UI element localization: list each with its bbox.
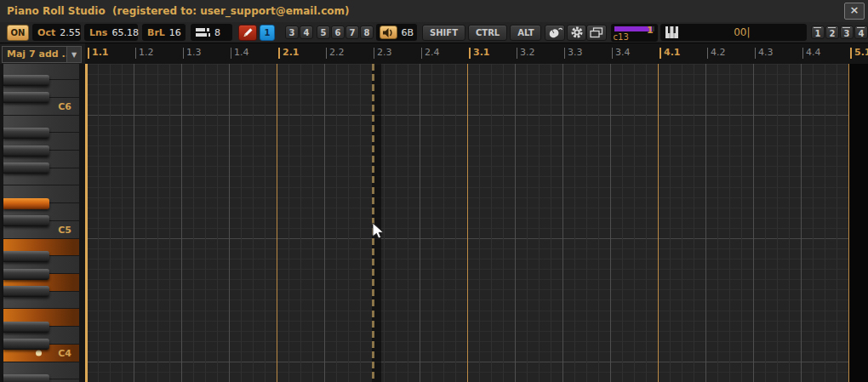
ruler-label-2.2: 2.2: [326, 48, 345, 59]
toolbar-number-button-4[interactable]: 4: [300, 26, 313, 39]
brl-label: BrL: [147, 27, 165, 38]
piano-key-A#5[interactable]: [3, 128, 49, 139]
channel-select-button[interactable]: 1: [260, 25, 275, 41]
chord-selector[interactable]: Maj 7 add .. ▼: [2, 46, 82, 63]
on-toggle-button[interactable]: ON: [7, 25, 29, 41]
pattern-group-button-2[interactable]: 2: [825, 26, 839, 39]
octave-label-C4: C4: [58, 347, 71, 358]
ruler-label-4.3: 4.3: [755, 48, 774, 59]
piano-key-C#6[interactable]: [3, 92, 49, 103]
ruler-corner: Maj 7 add .. ▼: [0, 43, 85, 64]
mouse-icon: [546, 26, 563, 39]
piano-icon: [665, 26, 678, 38]
snap-lines-value: 8: [214, 27, 220, 38]
piano-key-C#4[interactable]: [3, 339, 49, 350]
ruler-label-2.3: 2.3: [374, 48, 392, 59]
toolbar-number-button-7[interactable]: 7: [345, 26, 359, 39]
toolbar-number-button-6[interactable]: 6: [331, 26, 345, 39]
root-note-dot: [36, 350, 42, 356]
close-button[interactable]: ×: [844, 3, 865, 20]
stacked-windows-icon: [590, 27, 603, 38]
ruler-label-3.3: 3.3: [564, 48, 583, 59]
draw-tool-button[interactable]: [238, 25, 257, 41]
time-display-panel[interactable]: 00|: [660, 24, 807, 41]
brl-value: 16: [169, 27, 181, 38]
piano-key-A#4[interactable]: [3, 251, 49, 262]
modifier-button-ctrl[interactable]: CTRL: [468, 25, 507, 41]
velocity-slider-fill: [614, 26, 652, 31]
octave-label-C6: C6: [58, 100, 71, 111]
snap-lines-icon: [196, 27, 210, 37]
piano-roll-window: Piano Roll Studio (registered to: user_s…: [0, 0, 868, 382]
title-bar: Piano Roll Studio (registered to: user_s…: [0, 0, 868, 23]
group-button-digit: 1: [814, 27, 821, 38]
toolbar-number-button-5[interactable]: 5: [317, 26, 330, 39]
preview-panel: 6B: [376, 24, 417, 41]
ruler-label-4.2: 4.2: [707, 48, 726, 59]
ruler-label-1.3: 1.3: [183, 48, 202, 59]
ruler-label-2.1: 2.1: [278, 48, 300, 59]
timeline-ruler[interactable]: 1.11.21.31.42.12.22.32.43.13.23.33.44.14…: [85, 43, 868, 64]
ruler-label-1.4: 1.4: [231, 48, 249, 59]
pattern-group-button-1[interactable]: 1: [811, 26, 825, 39]
piano-key-F#5[interactable]: [3, 162, 49, 174]
toolbar-number-button-8[interactable]: 8: [360, 26, 374, 39]
piano-key-A#3[interactable]: [3, 374, 49, 382]
window-title: Piano Roll Studio (registered to: user_s…: [0, 5, 350, 17]
time-display-value: 00|: [682, 26, 802, 38]
pattern-group-buttons: 1234: [811, 26, 868, 39]
windows-button[interactable]: [586, 25, 606, 41]
piano-key-G#4[interactable]: [3, 269, 49, 280]
number-button-group: 345678: [285, 26, 374, 39]
mouse-cursor: [372, 222, 387, 241]
lines-panel[interactable]: Lns 65.18: [84, 24, 138, 41]
slider-value: 1: [647, 25, 654, 36]
piano-key-D#5[interactable]: [3, 198, 49, 209]
ruler-label-3.2: 3.2: [517, 48, 535, 59]
piano-key-D#6[interactable]: [3, 75, 49, 86]
slider-channel-value: c13: [614, 32, 629, 42]
pattern-end-area: [849, 64, 868, 382]
pattern-group-button-3[interactable]: 3: [840, 26, 854, 39]
speaker-button[interactable]: [380, 26, 397, 39]
piano-key-F#4[interactable]: [3, 286, 49, 297]
octave-label-C5: C5: [58, 224, 71, 235]
octave-label: Oct: [37, 27, 55, 38]
mouse-options-button[interactable]: [545, 25, 564, 41]
pattern-group-button-4[interactable]: 4: [854, 26, 868, 39]
speaker-icon: [382, 27, 395, 38]
pencil-icon: [242, 26, 254, 38]
modifier-button-alt[interactable]: ALT: [510, 25, 541, 41]
lns-label: Lns: [89, 27, 107, 38]
chord-selector-value: Maj 7 add ..: [3, 47, 66, 62]
group-button-digit: 2: [828, 27, 836, 38]
ruler-label-1.2: 1.2: [135, 48, 154, 59]
piano-key-D#4[interactable]: [3, 322, 49, 333]
octave-value: 2.55: [60, 27, 81, 38]
modifier-button-shift[interactable]: SHIFT: [422, 25, 465, 41]
settings-button[interactable]: [567, 25, 586, 41]
toolbar-number-button-3[interactable]: 3: [285, 26, 299, 39]
lns-value: 65.18: [111, 27, 139, 38]
octave-panel[interactable]: Oct 2.55: [32, 24, 81, 41]
ruler-label-3.1: 3.1: [469, 48, 490, 59]
ruler-label-2.4: 2.4: [421, 48, 440, 59]
modifier-button-group: SHIFTCTRLALT: [422, 25, 541, 41]
piano-keyboard: C6C5C4: [0, 64, 85, 382]
gear-icon: [570, 26, 584, 39]
preview-value: 6B: [401, 27, 414, 38]
group-button-digit: 3: [842, 27, 850, 38]
bar-length-panel[interactable]: BrL 16: [142, 24, 186, 41]
ruler-label-4.1: 4.1: [660, 48, 681, 59]
note-grid[interactable]: [85, 64, 868, 382]
snap-lines-panel[interactable]: 8: [191, 24, 232, 41]
velocity-slider-panel: 1 c13: [611, 24, 658, 42]
group-button-digit: 4: [857, 27, 865, 38]
piano-key-G#5[interactable]: [3, 145, 49, 157]
ruler-label-5.1: 5.1: [850, 48, 868, 59]
chevron-down-icon[interactable]: ▼: [66, 47, 81, 62]
piano-key-C#5[interactable]: [3, 215, 49, 226]
toolbar: ON Oct 2.55 Lns 65.18 BrL 16 8 1 345678: [0, 22, 868, 43]
ruler-label-3.4: 3.4: [612, 48, 631, 59]
ruler-label-4.4: 4.4: [802, 48, 821, 59]
